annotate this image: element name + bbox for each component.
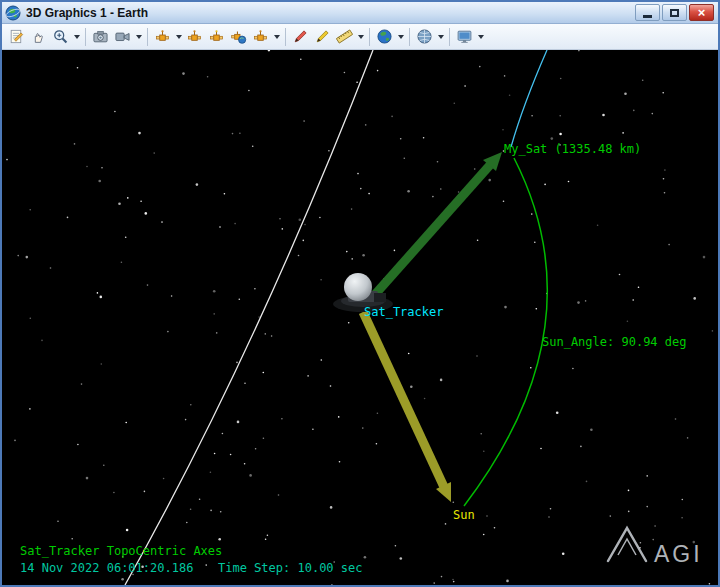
globe-options-dropdown[interactable] (396, 26, 405, 48)
minimize-button[interactable] (635, 4, 660, 21)
agi-logo-text: AGI (654, 541, 703, 567)
camera-options-dropdown[interactable] (134, 26, 143, 48)
annotation-options-dropdown[interactable] (356, 26, 365, 48)
globe-browser-button[interactable] (374, 26, 395, 48)
tracker-label: Sat_Tracker (364, 305, 443, 319)
titlebar[interactable]: 3D Graphics 1 - Earth × (2, 2, 718, 24)
toolbar-separator (409, 28, 410, 46)
app-earth-icon (5, 5, 21, 21)
zoom-in-button[interactable] (50, 26, 71, 48)
maximize-icon (670, 9, 679, 17)
sensor-options-dropdown[interactable] (174, 26, 183, 48)
video-recorder-icon (114, 28, 131, 45)
stk-3d-window: 3D Graphics 1 - Earth × (0, 0, 720, 587)
zoom-in-icon (52, 28, 69, 45)
new-note-icon (8, 28, 25, 45)
snapshot-camera-button[interactable] (90, 26, 111, 48)
attitude-view-button[interactable] (184, 26, 205, 48)
video-recorder-button[interactable] (112, 26, 133, 48)
sun-label: Sun (453, 508, 475, 522)
agi-logo: AGI (608, 528, 703, 567)
new-note-button[interactable] (6, 26, 27, 48)
sensor-globe-view-icon (230, 28, 247, 45)
sensor-globe-view-button[interactable] (228, 26, 249, 48)
zoom-options-dropdown[interactable] (72, 26, 81, 48)
toolbar-separator (85, 28, 86, 46)
satellite-vector-arrow (363, 152, 502, 308)
vector-view-icon (252, 28, 269, 45)
satellite-label: My_Sat (1335.48 km) (504, 142, 641, 156)
window-title: 3D Graphics 1 - Earth (26, 6, 630, 20)
3d-viewport[interactable]: My_Sat (1335.48 km) Sat_Tracker Sun_Angl… (2, 50, 718, 585)
sun-angle-arc (464, 158, 547, 506)
toolbar-separator (449, 28, 450, 46)
snapshot-camera-icon (92, 28, 109, 45)
vector-view-button[interactable] (250, 26, 271, 48)
orbit-line-cyan (511, 50, 547, 147)
time-step-overlay-text: Time Step: 10.00 sec (218, 561, 363, 575)
display-settings-icon (456, 28, 473, 45)
time-overlay-text: 14 Nov 2022 06:01:20.186 (20, 561, 193, 575)
maximize-button[interactable] (662, 4, 687, 21)
pencil-yellow-icon (314, 28, 331, 45)
terrain-options-dropdown[interactable] (436, 26, 445, 48)
orbit-line-white (125, 50, 373, 585)
window-controls: × (635, 4, 715, 21)
axes-overlay-text: Sat_Tracker TopoCentric Axes (20, 544, 222, 558)
sun-vector-arrow (363, 312, 451, 502)
toolbar-separator (285, 28, 286, 46)
close-icon: × (698, 6, 706, 19)
display-settings-button[interactable] (454, 26, 475, 48)
starfield (6, 50, 713, 585)
pencil-red-button[interactable] (290, 26, 311, 48)
solar-view-button[interactable] (206, 26, 227, 48)
attitude-view-icon (186, 28, 203, 45)
solar-view-icon (208, 28, 225, 45)
toolbar (2, 24, 718, 50)
sensor-view-icon (154, 28, 171, 45)
close-button[interactable]: × (689, 4, 714, 21)
scene-svg: My_Sat (1335.48 km) Sat_Tracker Sun_Angl… (2, 50, 718, 585)
terrain-globe-button[interactable] (414, 26, 435, 48)
sensor-view-button[interactable] (152, 26, 173, 48)
terrain-globe-icon (416, 28, 433, 45)
pan-hand-icon (30, 28, 47, 45)
vector-options-dropdown[interactable] (272, 26, 281, 48)
sun-angle-label: Sun_Angle: 90.94 deg (542, 335, 687, 349)
pencil-yellow-button[interactable] (312, 26, 333, 48)
pencil-red-icon (292, 28, 309, 45)
toolbar-separator (147, 28, 148, 46)
toolbar-separator (369, 28, 370, 46)
ruler-button[interactable] (334, 26, 355, 48)
ruler-icon (336, 28, 353, 45)
display-options-dropdown[interactable] (476, 26, 485, 48)
pan-button[interactable] (28, 26, 49, 48)
globe-browser-icon (376, 28, 393, 45)
minimize-icon (643, 15, 652, 18)
